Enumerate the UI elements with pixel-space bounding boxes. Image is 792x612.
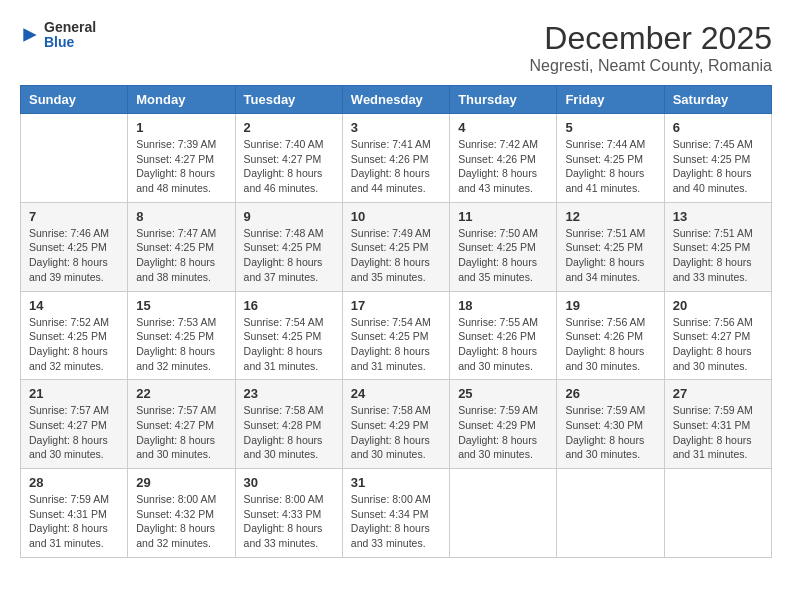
calendar-cell: 5Sunrise: 7:44 AM Sunset: 4:25 PM Daylig… (557, 114, 664, 203)
calendar-cell: 28Sunrise: 7:59 AM Sunset: 4:31 PM Dayli… (21, 469, 128, 558)
day-number: 12 (565, 209, 655, 224)
day-number: 28 (29, 475, 119, 490)
day-info: Sunrise: 7:56 AM Sunset: 4:27 PM Dayligh… (673, 315, 763, 374)
calendar-title: December 2025 (530, 20, 772, 57)
header: General Blue December 2025 Negresti, Nea… (20, 20, 772, 75)
day-number: 18 (458, 298, 548, 313)
day-info: Sunrise: 7:59 AM Sunset: 4:31 PM Dayligh… (673, 403, 763, 462)
day-info: Sunrise: 7:57 AM Sunset: 4:27 PM Dayligh… (29, 403, 119, 462)
calendar-cell: 19Sunrise: 7:56 AM Sunset: 4:26 PM Dayli… (557, 291, 664, 380)
logo-blue: Blue (44, 35, 96, 50)
day-info: Sunrise: 7:59 AM Sunset: 4:30 PM Dayligh… (565, 403, 655, 462)
title-area: December 2025 Negresti, Neamt County, Ro… (530, 20, 772, 75)
calendar-cell: 15Sunrise: 7:53 AM Sunset: 4:25 PM Dayli… (128, 291, 235, 380)
day-info: Sunrise: 7:44 AM Sunset: 4:25 PM Dayligh… (565, 137, 655, 196)
day-info: Sunrise: 7:52 AM Sunset: 4:25 PM Dayligh… (29, 315, 119, 374)
day-info: Sunrise: 7:58 AM Sunset: 4:29 PM Dayligh… (351, 403, 441, 462)
calendar-cell: 6Sunrise: 7:45 AM Sunset: 4:25 PM Daylig… (664, 114, 771, 203)
weekday-header-row: SundayMondayTuesdayWednesdayThursdayFrid… (21, 86, 772, 114)
calendar-cell: 29Sunrise: 8:00 AM Sunset: 4:32 PM Dayli… (128, 469, 235, 558)
calendar-cell: 23Sunrise: 7:58 AM Sunset: 4:28 PM Dayli… (235, 380, 342, 469)
calendar-cell (664, 469, 771, 558)
day-number: 17 (351, 298, 441, 313)
day-number: 4 (458, 120, 548, 135)
calendar-cell: 2Sunrise: 7:40 AM Sunset: 4:27 PM Daylig… (235, 114, 342, 203)
day-number: 11 (458, 209, 548, 224)
calendar-cell: 14Sunrise: 7:52 AM Sunset: 4:25 PM Dayli… (21, 291, 128, 380)
day-number: 15 (136, 298, 226, 313)
weekday-header: Saturday (664, 86, 771, 114)
day-number: 19 (565, 298, 655, 313)
calendar-week-row: 1Sunrise: 7:39 AM Sunset: 4:27 PM Daylig… (21, 114, 772, 203)
calendar-week-row: 14Sunrise: 7:52 AM Sunset: 4:25 PM Dayli… (21, 291, 772, 380)
day-number: 5 (565, 120, 655, 135)
day-info: Sunrise: 7:46 AM Sunset: 4:25 PM Dayligh… (29, 226, 119, 285)
day-info: Sunrise: 7:54 AM Sunset: 4:25 PM Dayligh… (244, 315, 334, 374)
calendar-cell: 7Sunrise: 7:46 AM Sunset: 4:25 PM Daylig… (21, 202, 128, 291)
calendar-cell: 10Sunrise: 7:49 AM Sunset: 4:25 PM Dayli… (342, 202, 449, 291)
day-number: 2 (244, 120, 334, 135)
calendar-week-row: 28Sunrise: 7:59 AM Sunset: 4:31 PM Dayli… (21, 469, 772, 558)
day-info: Sunrise: 7:47 AM Sunset: 4:25 PM Dayligh… (136, 226, 226, 285)
weekday-header: Wednesday (342, 86, 449, 114)
day-info: Sunrise: 7:51 AM Sunset: 4:25 PM Dayligh… (565, 226, 655, 285)
calendar-cell: 17Sunrise: 7:54 AM Sunset: 4:25 PM Dayli… (342, 291, 449, 380)
day-info: Sunrise: 7:49 AM Sunset: 4:25 PM Dayligh… (351, 226, 441, 285)
day-number: 13 (673, 209, 763, 224)
day-number: 23 (244, 386, 334, 401)
calendar-cell: 25Sunrise: 7:59 AM Sunset: 4:29 PM Dayli… (450, 380, 557, 469)
logo-icon (20, 25, 40, 45)
calendar-cell: 20Sunrise: 7:56 AM Sunset: 4:27 PM Dayli… (664, 291, 771, 380)
calendar-cell: 21Sunrise: 7:57 AM Sunset: 4:27 PM Dayli… (21, 380, 128, 469)
day-number: 31 (351, 475, 441, 490)
day-number: 24 (351, 386, 441, 401)
day-info: Sunrise: 7:39 AM Sunset: 4:27 PM Dayligh… (136, 137, 226, 196)
day-info: Sunrise: 7:40 AM Sunset: 4:27 PM Dayligh… (244, 137, 334, 196)
logo: General Blue (20, 20, 96, 51)
day-info: Sunrise: 7:42 AM Sunset: 4:26 PM Dayligh… (458, 137, 548, 196)
calendar-cell: 16Sunrise: 7:54 AM Sunset: 4:25 PM Dayli… (235, 291, 342, 380)
day-number: 1 (136, 120, 226, 135)
calendar-cell: 3Sunrise: 7:41 AM Sunset: 4:26 PM Daylig… (342, 114, 449, 203)
calendar-cell: 18Sunrise: 7:55 AM Sunset: 4:26 PM Dayli… (450, 291, 557, 380)
day-info: Sunrise: 7:48 AM Sunset: 4:25 PM Dayligh… (244, 226, 334, 285)
day-number: 20 (673, 298, 763, 313)
calendar-cell (557, 469, 664, 558)
weekday-header: Tuesday (235, 86, 342, 114)
calendar-cell: 8Sunrise: 7:47 AM Sunset: 4:25 PM Daylig… (128, 202, 235, 291)
day-number: 8 (136, 209, 226, 224)
day-number: 9 (244, 209, 334, 224)
weekday-header: Thursday (450, 86, 557, 114)
calendar-week-row: 7Sunrise: 7:46 AM Sunset: 4:25 PM Daylig… (21, 202, 772, 291)
day-info: Sunrise: 8:00 AM Sunset: 4:33 PM Dayligh… (244, 492, 334, 551)
day-info: Sunrise: 7:41 AM Sunset: 4:26 PM Dayligh… (351, 137, 441, 196)
day-info: Sunrise: 7:58 AM Sunset: 4:28 PM Dayligh… (244, 403, 334, 462)
day-info: Sunrise: 7:50 AM Sunset: 4:25 PM Dayligh… (458, 226, 548, 285)
day-number: 30 (244, 475, 334, 490)
calendar-week-row: 21Sunrise: 7:57 AM Sunset: 4:27 PM Dayli… (21, 380, 772, 469)
svg-marker-0 (23, 29, 36, 42)
calendar-cell: 11Sunrise: 7:50 AM Sunset: 4:25 PM Dayli… (450, 202, 557, 291)
calendar-cell: 13Sunrise: 7:51 AM Sunset: 4:25 PM Dayli… (664, 202, 771, 291)
day-info: Sunrise: 7:59 AM Sunset: 4:29 PM Dayligh… (458, 403, 548, 462)
calendar-cell: 22Sunrise: 7:57 AM Sunset: 4:27 PM Dayli… (128, 380, 235, 469)
day-number: 25 (458, 386, 548, 401)
calendar-cell: 30Sunrise: 8:00 AM Sunset: 4:33 PM Dayli… (235, 469, 342, 558)
day-number: 10 (351, 209, 441, 224)
day-info: Sunrise: 7:55 AM Sunset: 4:26 PM Dayligh… (458, 315, 548, 374)
calendar-table: SundayMondayTuesdayWednesdayThursdayFrid… (20, 85, 772, 558)
day-number: 21 (29, 386, 119, 401)
calendar-cell (450, 469, 557, 558)
day-number: 3 (351, 120, 441, 135)
day-number: 26 (565, 386, 655, 401)
day-info: Sunrise: 7:56 AM Sunset: 4:26 PM Dayligh… (565, 315, 655, 374)
day-info: Sunrise: 7:45 AM Sunset: 4:25 PM Dayligh… (673, 137, 763, 196)
day-info: Sunrise: 8:00 AM Sunset: 4:34 PM Dayligh… (351, 492, 441, 551)
day-number: 6 (673, 120, 763, 135)
day-info: Sunrise: 7:54 AM Sunset: 4:25 PM Dayligh… (351, 315, 441, 374)
calendar-cell: 24Sunrise: 7:58 AM Sunset: 4:29 PM Dayli… (342, 380, 449, 469)
logo-text: General Blue (44, 20, 96, 51)
weekday-header: Sunday (21, 86, 128, 114)
day-number: 7 (29, 209, 119, 224)
day-info: Sunrise: 8:00 AM Sunset: 4:32 PM Dayligh… (136, 492, 226, 551)
